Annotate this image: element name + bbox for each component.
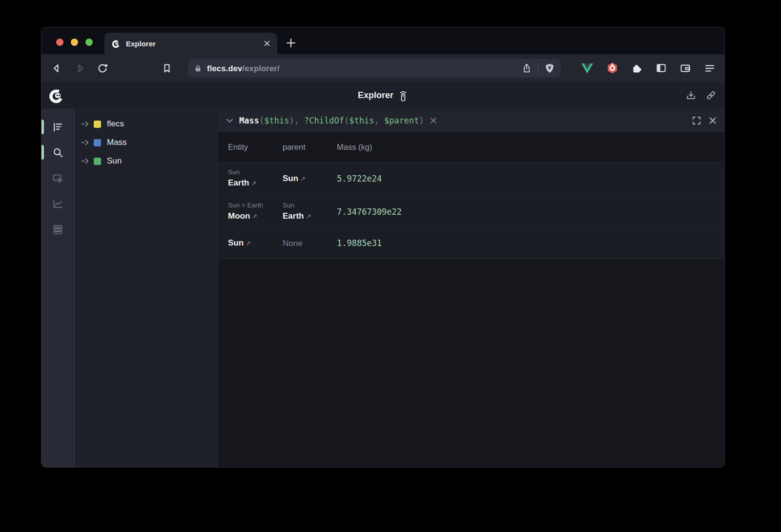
- zoom-window-button[interactable]: [85, 39, 93, 46]
- hexagon-extension-icon[interactable]: [606, 62, 618, 74]
- browser-menu-icon[interactable]: [704, 62, 716, 74]
- mass-value: 7.34767309e22: [337, 207, 402, 217]
- table-row: Sun > Earth Moon↗ Sun Earth↗ 7.34767309e…: [218, 195, 724, 228]
- extensions-puzzle-icon[interactable]: [631, 62, 643, 74]
- external-link-icon: ↗: [251, 180, 256, 187]
- external-link-icon: ↗: [306, 213, 311, 220]
- sidebar-toggle-icon[interactable]: [656, 62, 667, 74]
- external-link-icon: ↗: [300, 175, 306, 183]
- entity-color-swatch: [94, 158, 101, 165]
- column-header-parent[interactable]: parent: [283, 143, 337, 152]
- tree-view-icon[interactable]: [52, 122, 63, 133]
- wallet-icon[interactable]: [679, 62, 691, 74]
- tree-item-label: flecs: [107, 119, 124, 129]
- parent-link[interactable]: Sun↗: [283, 172, 337, 185]
- urlbar-divider: [538, 63, 538, 74]
- tree-item-sun[interactable]: Sun: [75, 152, 218, 170]
- tab-bar: Explorer: [41, 27, 724, 54]
- url-bar[interactable]: flecs.dev/explorer/: [188, 59, 561, 78]
- close-window-button[interactable]: [56, 39, 63, 46]
- chevron-down-icon[interactable]: [226, 118, 233, 123]
- expand-arrow-icon[interactable]: [82, 158, 89, 164]
- page-title: Explorer: [358, 90, 393, 101]
- reload-button[interactable]: [97, 62, 108, 74]
- share-link-icon[interactable]: [705, 90, 717, 101]
- table-body: Sun Earth↗ Sun↗ 5.9722e24 Sun > Earth Mo…: [218, 163, 724, 259]
- tree-panel-active-indicator: [41, 120, 44, 134]
- navigation-toolbar: flecs.dev/explorer/: [41, 54, 724, 82]
- icon-sidebar: [41, 109, 74, 468]
- forward-button[interactable]: [74, 62, 86, 74]
- parent-link[interactable]: Earth↗: [283, 210, 337, 223]
- entity-color-swatch: [94, 139, 101, 146]
- query-header: Mass($this), ?ChildOf($this, $parent): [218, 109, 724, 132]
- tab-close-icon[interactable]: [264, 40, 270, 47]
- lock-icon: [194, 64, 202, 73]
- share-icon[interactable]: [521, 63, 532, 74]
- query-expression[interactable]: Mass($this), ?ChildOf($this, $parent): [239, 116, 424, 125]
- clear-query-icon[interactable]: [430, 117, 437, 124]
- entity-link[interactable]: Moon↗: [228, 210, 283, 223]
- bookmark-icon[interactable]: [161, 62, 173, 74]
- content-area: flecs Mass Sun: [41, 109, 724, 468]
- tree-item-flecs[interactable]: flecs: [75, 115, 218, 133]
- parent-none-value: None: [283, 237, 337, 249]
- entity-path: Sun: [228, 167, 283, 177]
- tab-title: Explorer: [126, 40, 258, 48]
- new-tab-button[interactable]: [286, 38, 296, 48]
- browser-tab[interactable]: Explorer: [104, 33, 277, 54]
- tree-item-label: Sun: [107, 156, 122, 166]
- close-panel-icon[interactable]: [709, 117, 717, 124]
- back-button[interactable]: [51, 62, 62, 74]
- column-header-mass[interactable]: Mass (kg): [337, 143, 724, 152]
- url-text: flecs.dev/explorer/: [207, 64, 280, 73]
- expand-arrow-icon[interactable]: [82, 140, 89, 145]
- mass-value: 5.9722e24: [337, 174, 382, 184]
- url-domain: flecs.dev: [207, 64, 242, 73]
- memory-icon[interactable]: [52, 224, 63, 235]
- minimize-window-button[interactable]: [71, 39, 78, 46]
- fullscreen-icon[interactable]: [692, 116, 701, 125]
- parent-path: Sun: [283, 201, 337, 210]
- browser-window: Explorer: [41, 27, 725, 468]
- entity-path: Sun > Earth: [228, 201, 283, 210]
- entity-link[interactable]: Sun↗: [228, 237, 283, 249]
- entity-color-swatch: [94, 121, 101, 128]
- tree-item-mass[interactable]: Mass: [75, 133, 218, 152]
- entity-tree-panel: flecs Mass Sun: [74, 109, 218, 468]
- url-path: /explorer/: [242, 64, 279, 73]
- app-header: Explorer: [41, 82, 724, 109]
- search-icon[interactable]: [52, 147, 63, 158]
- column-header-entity[interactable]: Entity: [218, 143, 283, 152]
- external-link-icon: ↗: [252, 213, 257, 220]
- favicon-flecs-icon: [111, 39, 121, 48]
- brave-shield-icon[interactable]: [544, 63, 555, 74]
- vue-devtools-extension-icon[interactable]: [581, 62, 594, 74]
- download-icon[interactable]: [685, 90, 697, 101]
- tree-item-label: Mass: [107, 138, 127, 147]
- mass-value: 1.9885e31: [337, 238, 382, 248]
- external-link-icon: ↗: [246, 240, 251, 247]
- inspector-icon[interactable]: [52, 173, 63, 184]
- entity-link[interactable]: Earth↗: [228, 177, 283, 189]
- table-row: Sun↗ None 1.9885e31: [218, 228, 724, 258]
- query-panel-active-indicator: [41, 145, 44, 160]
- expand-arrow-icon[interactable]: [82, 121, 89, 127]
- stats-chart-icon[interactable]: [52, 198, 63, 209]
- table-header: Entity parent Mass (kg): [218, 132, 724, 163]
- remote-connection-icon[interactable]: [398, 90, 408, 102]
- query-panel: Mass($this), ?ChildOf($this, $parent): [218, 109, 724, 468]
- table-row: Sun Earth↗ Sun↗ 5.9722e24: [218, 163, 724, 195]
